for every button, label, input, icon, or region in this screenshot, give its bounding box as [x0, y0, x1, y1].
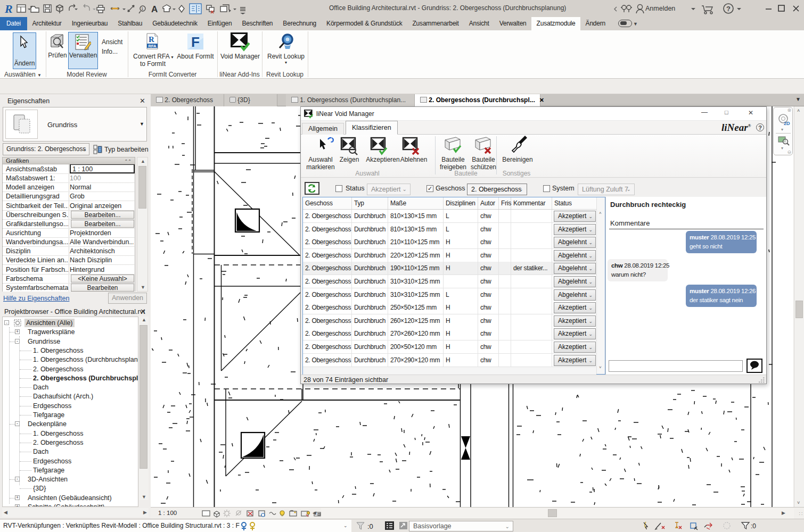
- svg-text::0: :0: [367, 522, 373, 530]
- svg-text:F: F: [191, 34, 200, 49]
- svg-text:R: R: [4, 2, 13, 15]
- svg-text:A: A: [151, 4, 158, 14]
- svg-text:2D: 2D: [784, 121, 790, 126]
- svg-text::0: :0: [751, 522, 756, 530]
- svg-text:RFA: RFA: [149, 44, 157, 48]
- svg-text:?: ?: [726, 5, 731, 13]
- svg-text:1: 1: [141, 6, 144, 11]
- svg-text:Anmelden: Anmelden: [645, 5, 675, 12]
- svg-text:R: R: [149, 35, 154, 44]
